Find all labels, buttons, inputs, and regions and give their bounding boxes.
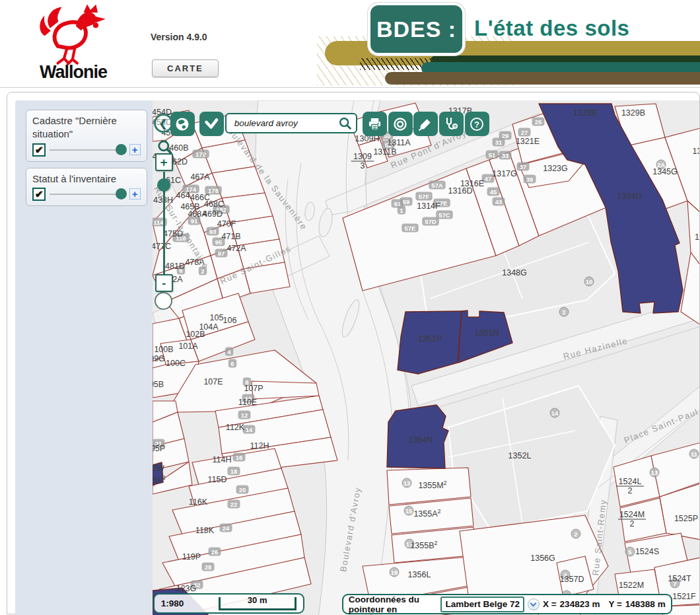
house-number-text: 57F	[418, 193, 429, 200]
parcel-label: 1521F	[672, 592, 696, 601]
main-frame: Cadastre "Dernière situation" ✔ + Statut…	[7, 92, 700, 614]
parcel-label: 112K	[226, 423, 245, 432]
parcel-label: 1311A	[387, 138, 411, 147]
house-number-text: 13	[650, 469, 658, 476]
wallonie-rooster-icon	[34, 1, 112, 65]
cadastral-map[interactable]: 174178172919395971821141186250526159157A…	[153, 100, 699, 615]
map-viewport[interactable]: 174178172919395971821141186250526159157A…	[153, 100, 699, 615]
house-number-text: 2	[574, 530, 577, 538]
layer-expand-button[interactable]: +	[129, 144, 141, 155]
print-button[interactable]	[363, 112, 387, 136]
parcel-label: 481D	[165, 262, 185, 271]
zoom-extent-button[interactable]	[155, 292, 172, 310]
scale-ratio: 1:980	[161, 598, 184, 608]
parcel-label: 112H	[250, 441, 269, 451]
house-number-text: 24	[222, 525, 229, 532]
search-box	[225, 113, 357, 133]
layer-expand-button[interactable]: +	[129, 188, 141, 199]
app-header: Wallonie Version 4.9.0 CARTE BDES : L'ét…	[0, 0, 700, 88]
house-number-text: 47	[484, 175, 491, 182]
layer-opacity-slider[interactable]	[50, 194, 125, 195]
parcel-label: 95B	[153, 380, 164, 389]
house-number-text: 12	[240, 412, 248, 419]
zoom-out-button[interactable]: -	[155, 274, 173, 292]
layer-checkbox[interactable]: ✔	[32, 143, 46, 157]
house-number-text: 57A	[431, 182, 443, 189]
layers-sidebar: Cadastre "Dernière situation" ✔ + Statut…	[15, 100, 153, 615]
parcel-label: 1355M2	[418, 480, 446, 490]
parcel-label: 1351N	[474, 328, 499, 338]
question-mark-icon: ?	[469, 116, 485, 132]
zoom-slider-knob[interactable]	[157, 178, 170, 192]
version-label: Version 4.9.0	[151, 32, 207, 42]
house-number-text: 39	[526, 176, 533, 183]
house-number-text: 33	[501, 152, 508, 159]
pointer-coordinates-panel: Coordonnées du pointeur en Lambert Belge…	[342, 594, 672, 614]
parcel-label: 102B	[186, 330, 205, 339]
scale-distance: 30 m	[221, 595, 295, 605]
search-input[interactable]	[233, 118, 338, 129]
layer-card-cadastre: Cadastre "Dernière situation" ✔ +	[26, 110, 147, 162]
pencil-icon	[418, 116, 433, 131]
globe-button[interactable]	[170, 112, 195, 136]
parcel-label: 116K	[189, 497, 208, 507]
locate-button[interactable]	[388, 112, 413, 136]
house-number-text: 27	[520, 129, 528, 136]
carte-tab-button[interactable]: CARTE	[152, 59, 219, 77]
house-number-text: 59	[402, 198, 409, 205]
parcel-label: 1352L	[508, 451, 531, 460]
parcel-label: 1328B	[573, 108, 597, 118]
x-value: 234823 m	[560, 599, 600, 609]
house-number-text: 172	[195, 151, 206, 158]
crs-select[interactable]: Lambert Belge 72	[440, 597, 524, 612]
parcel-label: 1323G	[543, 164, 568, 173]
parcel-label-denominator: 3	[360, 161, 365, 170]
parcel-label: 1356L	[407, 570, 431, 579]
parcel-label: 472A	[227, 244, 246, 253]
layer-checkbox[interactable]: ✔	[32, 188, 46, 201]
search-icon[interactable]	[338, 116, 353, 131]
slider-knob[interactable]	[116, 144, 127, 155]
house-number-text: 14	[551, 410, 558, 417]
bdes-banner: BDES : L'état des sols	[317, 0, 700, 88]
house-number-text: 10	[585, 278, 592, 285]
printer-icon	[367, 116, 382, 131]
house-number-text: 6	[230, 360, 234, 367]
diagnostic-button[interactable]	[439, 112, 464, 136]
parcel-label: 469D	[203, 209, 223, 219]
target-icon	[392, 116, 408, 132]
parcel-label: 15	[695, 233, 699, 242]
layers-chevron-button[interactable]	[199, 112, 224, 136]
banner-bar-brown	[385, 72, 700, 85]
parcel-label: 95W	[153, 464, 164, 473]
house-number-text: 13	[403, 480, 410, 487]
parcel-label: 100C	[166, 359, 186, 368]
house-number-text: 15	[405, 507, 412, 515]
x-label: X =	[543, 599, 557, 609]
house-number-text: 20	[238, 486, 246, 493]
house-number-text: 16	[235, 454, 242, 461]
bdes-logo-text: BDES :	[376, 17, 456, 42]
help-button[interactable]: ?	[465, 112, 489, 136]
slider-knob[interactable]	[116, 188, 127, 199]
globe-icon	[174, 116, 190, 132]
house-number-text: 19	[390, 569, 398, 576]
wallonie-wordmark: Wallonie	[24, 62, 123, 83]
parcel-label: 107P	[244, 384, 263, 393]
house-number-text: 14	[245, 426, 252, 433]
zoom-in-button[interactable]: +	[155, 153, 173, 171]
parcel-label: 119P	[182, 552, 201, 561]
crs-selected-value: Lambert Belge 72	[445, 599, 520, 609]
stethoscope-icon	[443, 116, 459, 132]
parcel-label: 1524T	[668, 574, 691, 583]
layer-card-statut: Statut à l'inventaire ✔ +	[26, 168, 147, 206]
draw-button[interactable]	[413, 112, 438, 136]
house-number-text: 28	[204, 563, 211, 571]
parcel-label: 1317G	[492, 169, 517, 178]
crs-dropdown-button[interactable]	[528, 598, 540, 610]
layer-opacity-slider[interactable]	[50, 149, 125, 151]
parcel-label: 1329B	[621, 108, 645, 118]
parcel-label: 1357D	[559, 575, 584, 584]
house-number-text: 57D	[425, 218, 437, 225]
house-number-text: 31	[495, 139, 502, 146]
